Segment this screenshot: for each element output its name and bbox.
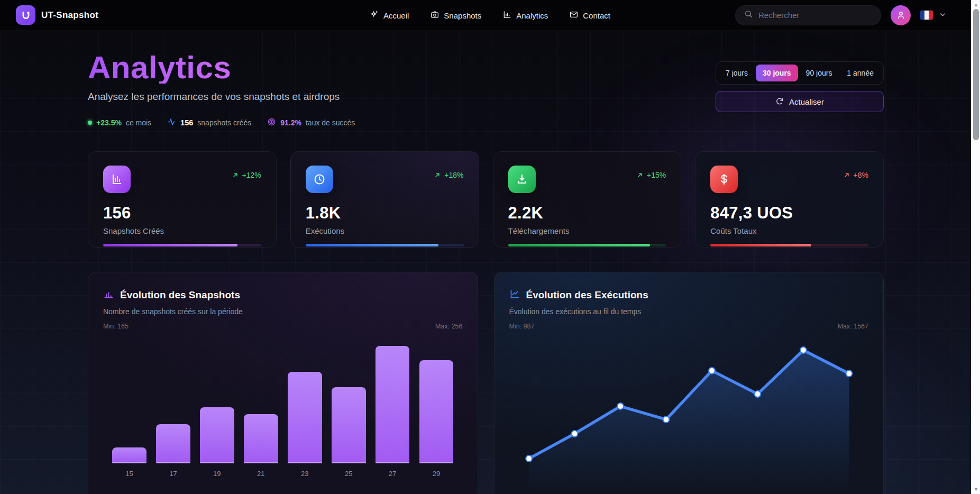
hero-stats: +23.5% ce mois 156 snapshots créés 91.2%… — [88, 117, 355, 128]
bar-x-label: 19 — [195, 470, 239, 478]
stat-value: 91.2% — [280, 118, 301, 127]
bar-chart-icon — [502, 10, 511, 21]
line-chart-icon — [509, 288, 520, 301]
range-90-jours[interactable]: 90 jours — [799, 65, 839, 81]
clock-icon — [306, 166, 333, 193]
bar — [375, 346, 410, 463]
trend-badge: +15% — [636, 171, 666, 179]
trend-badge: +12% — [232, 171, 261, 179]
refresh-button[interactable]: Actualiser — [716, 91, 884, 112]
main-content: Analytics Analysez les performances de v… — [88, 52, 884, 494]
progress-fill — [103, 244, 237, 246]
page-subtitle: Analysez les performances de vos snapsho… — [88, 91, 355, 103]
bar — [332, 387, 366, 463]
nav-right — [735, 5, 946, 25]
card-snapshots-crees: +12% 156 Snapshots Créés — [88, 151, 277, 248]
nav-label: Analytics — [516, 11, 548, 20]
card-value: 1.8K — [306, 204, 464, 223]
camera-icon — [430, 10, 439, 21]
card-value: 2.2K — [508, 204, 666, 223]
executions-evolution-chart: Évolution des Exécutions Évolution des e… — [494, 272, 884, 494]
nav-label: Accueil — [383, 11, 409, 20]
chart-min-label: Min: 987 — [509, 323, 535, 330]
range-7-jours[interactable]: 7 jours — [719, 65, 755, 81]
bar-chart-icon — [103, 166, 131, 193]
refresh-icon — [775, 97, 784, 107]
bar — [156, 424, 190, 463]
stat-value: +23.5% — [96, 118, 122, 127]
language-selector[interactable] — [920, 11, 946, 20]
card-label: Exécutions — [306, 226, 464, 235]
progress-fill — [306, 244, 438, 246]
scroll-down-arrow[interactable]: ▼ — [972, 485, 980, 493]
line-chart-plot — [509, 340, 869, 494]
chart-max-label: Max: 1567 — [838, 323, 868, 330]
trend-value: +18% — [444, 171, 463, 179]
page-title: Analytics — [88, 52, 355, 84]
bar — [200, 407, 234, 463]
bar-x-label: 15 — [107, 470, 151, 478]
nav-links: Accueil Snapshots Analytics Contact — [370, 0, 610, 31]
progress-fill — [710, 244, 811, 246]
nav-item-snapshots[interactable]: Snapshots — [430, 10, 481, 21]
bar — [288, 372, 322, 463]
line-data-point — [663, 416, 669, 423]
range-30-jours[interactable]: 30 jours — [756, 65, 798, 81]
arrow-up-right-icon — [843, 171, 850, 179]
dollar-icon — [710, 166, 738, 193]
card-telechargements: +15% 2.2K Téléchargements — [493, 151, 682, 248]
search-input[interactable] — [758, 11, 872, 20]
chevron-down-icon — [939, 11, 946, 20]
arrow-up-right-icon — [232, 171, 239, 179]
refresh-label: Actualiser — [789, 97, 824, 106]
charts-row: Évolution des Snapshots Nombre de snapsh… — [88, 272, 884, 494]
bar-x-label: 25 — [327, 470, 371, 478]
trend-value: +12% — [242, 171, 261, 179]
arrow-up-right-icon — [636, 171, 644, 179]
line-data-point — [800, 347, 807, 353]
stat-cards-row: +12% 156 Snapshots Créés +18% 1.8K Exécu… — [88, 151, 884, 248]
progress-track — [103, 244, 261, 246]
stat-value: 156 — [180, 118, 193, 127]
bar-x-label: 29 — [415, 470, 459, 478]
scroll-up-arrow[interactable]: ▲ — [972, 1, 980, 9]
target-icon — [267, 117, 276, 128]
trend-badge: +8% — [843, 171, 868, 179]
green-dot-icon — [88, 121, 92, 125]
nav-item-accueil[interactable]: Accueil — [370, 10, 409, 21]
scrollbar-thumb[interactable] — [973, 9, 979, 140]
french-flag-icon — [920, 11, 933, 20]
card-executions: +18% 1.8K Exécutions — [290, 151, 479, 248]
line-data-point — [754, 391, 761, 397]
nav-item-contact[interactable]: Contact — [569, 10, 610, 21]
brand[interactable]: UT-Snapshot — [16, 5, 98, 25]
nav-label: Contact — [583, 11, 610, 20]
line-data-point — [846, 370, 852, 377]
stat-success-rate: 91.2% taux de succès — [267, 117, 355, 128]
search-box — [735, 5, 881, 25]
bar — [112, 447, 146, 463]
nav-item-analytics[interactable]: Analytics — [502, 10, 548, 21]
mail-icon — [569, 10, 578, 21]
stat-label: taux de succès — [306, 118, 355, 127]
card-label: Coûts Totaux — [710, 226, 868, 235]
range-1-annee[interactable]: 1 année — [840, 65, 881, 81]
progress-track — [710, 244, 868, 246]
activity-icon — [167, 117, 176, 128]
bar-chart-plot — [103, 337, 463, 463]
chart-max-label: Max: 256 — [435, 323, 462, 330]
chart-min-label: Min: 165 — [103, 323, 129, 330]
stat-snapshots-created: 156 snapshots créés — [167, 117, 251, 128]
bar-x-label: 27 — [371, 470, 415, 478]
chart-subtitle: Évolution des exécutions au fil du temps — [509, 307, 869, 316]
progress-track — [508, 244, 666, 246]
bar-x-label: 21 — [239, 470, 283, 478]
user-avatar[interactable] — [891, 5, 911, 25]
search-icon — [744, 10, 753, 21]
snapshots-evolution-chart: Évolution des Snapshots Nombre de snapsh… — [88, 272, 478, 494]
stat-month-growth: +23.5% ce mois — [88, 118, 151, 127]
card-couts-totaux: +8% 847,3 UOS Coûts Totaux — [695, 151, 884, 248]
sparkles-icon — [370, 10, 379, 21]
bar-x-label: 17 — [151, 470, 195, 478]
line-data-point — [526, 455, 532, 462]
